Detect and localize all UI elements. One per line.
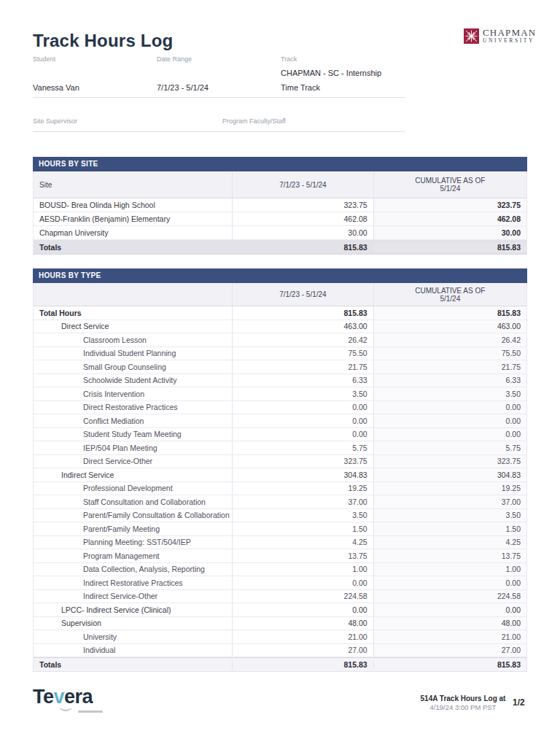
table-row: Small Group Counseling21.7521.75 — [34, 360, 526, 374]
table-cell: 323.75 — [232, 455, 373, 468]
document-name: 514A Track Hours Log at — [403, 694, 523, 703]
table-cell: 323.75 — [373, 198, 526, 212]
table-cell: 1.50 — [232, 522, 373, 535]
table-cell: 37.00 — [373, 495, 526, 508]
table-cell: Schoolwide Student Activity — [34, 374, 232, 387]
table-row: University21.0021.00 — [34, 630, 526, 644]
table-cell: 0.00 — [373, 576, 526, 589]
table-cell: Individual Student Planning — [34, 347, 232, 360]
table-row: Direct Service-Other323.75323.75 — [34, 455, 526, 469]
table-cell: 463.00 — [373, 320, 526, 333]
table-cell: 19.25 — [373, 482, 526, 495]
track-label: Track — [281, 55, 297, 63]
table-cell: Total Hours — [34, 306, 232, 320]
table-cell: 815.83 — [232, 306, 373, 320]
table-cell: 26.42 — [373, 333, 526, 347]
table-cell: Crisis Intervention — [34, 387, 232, 400]
divider — [33, 131, 405, 132]
track-value-line2: Time Track — [281, 83, 320, 92]
table-row: Crisis Intervention3.503.50 — [34, 387, 526, 401]
column-header-period: 7/1/23 - 5/1/24 — [232, 171, 373, 198]
table-row: Individual Student Planning75.5075.50 — [34, 347, 526, 361]
table-row: Professional Development19.2519.25 — [34, 482, 526, 496]
site-supervisor-label: Site Supervisor — [33, 117, 77, 125]
table-cell: University — [34, 630, 232, 643]
table-cell: 224.58 — [232, 590, 373, 603]
table-cell: 27.00 — [232, 644, 373, 657]
table-row: Classroom Lesson26.4226.42 — [34, 333, 526, 347]
table-cell: 0.00 — [232, 401, 373, 414]
table-cell: 48.00 — [232, 617, 373, 630]
table-cell: Planning Meeting: SST/504/IEP — [34, 536, 232, 549]
table-cell: 21.00 — [232, 630, 373, 643]
table-cell: 4.25 — [373, 536, 526, 549]
table-cell: 3.50 — [232, 509, 373, 522]
table-row: Indirect Restorative Practices0.000.00 — [34, 576, 526, 590]
tevera-tagline — [78, 711, 103, 713]
table-cell: Staff Consultation and Collaboration — [34, 495, 232, 508]
student-label: Student — [33, 55, 55, 63]
column-header-period: 7/1/23 - 5/1/24 — [232, 283, 373, 306]
table-row: BOUSD- Brea Olinda High School323.75323.… — [34, 198, 526, 212]
table-cell: 1.00 — [373, 563, 526, 576]
table-cell: 323.75 — [232, 198, 373, 212]
column-header-cumulative: CUMULATIVE AS OF 5/1/24 — [373, 283, 526, 306]
table-row: Data Collection, Analysis, Reporting1.00… — [34, 563, 526, 577]
table-cell: Data Collection, Analysis, Reporting — [34, 563, 232, 576]
table-cell: 0.00 — [373, 603, 526, 616]
table-cell: 6.33 — [373, 374, 526, 387]
table-cell: Indirect Service-Other — [34, 590, 232, 603]
table-cell: Individual — [34, 644, 232, 657]
hours-by-type-section-header: HOURS BY TYPE — [33, 268, 527, 283]
table-cell: BOUSD- Brea Olinda High School — [34, 198, 232, 212]
table-cell: 13.75 — [232, 549, 373, 562]
table-row: Direct Restorative Practices0.000.00 — [34, 401, 526, 415]
document-timestamp: 4/19/24 3:00 PM PST — [403, 703, 523, 712]
table-row: Parent/Family Consultation & Collaborati… — [34, 509, 526, 523]
report-page: Track Hours Log CHAPMAN UNIVERSITY Stude… — [0, 0, 560, 747]
table-cell: 0.00 — [373, 401, 526, 414]
table-cell: Parent/Family Meeting — [34, 522, 232, 535]
table-cell: 26.42 — [232, 333, 373, 347]
date-range-label: Date Range — [157, 55, 192, 63]
hours-by-type-column-headers: 7/1/23 - 5/1/24 CUMULATIVE AS OF 5/1/24 — [33, 283, 527, 306]
table-cell: 37.00 — [232, 495, 373, 508]
table-cell: Chapman University — [34, 226, 232, 239]
table-cell: LPCC- Indirect Service (Clinical) — [34, 603, 232, 616]
report-info-header: Student Date Range Track CHAPMAN - SC - … — [33, 0, 527, 146]
table-row: Individual27.0027.00 — [34, 644, 526, 658]
table-cell: 30.00 — [232, 226, 373, 239]
table-cell: 0.00 — [232, 603, 373, 616]
table-cell: 5.75 — [373, 441, 526, 454]
table-row: Staff Consultation and Collaboration37.0… — [34, 495, 526, 509]
table-cell: Small Group Counseling — [34, 360, 232, 374]
table-row: Parent/Family Meeting1.501.50 — [34, 522, 526, 536]
table-cell: 13.75 — [373, 549, 526, 562]
table-cell: 75.50 — [232, 347, 373, 360]
table-row: Indirect Service304.83304.83 — [34, 468, 526, 482]
table-row: Supervision48.0048.00 — [34, 617, 526, 631]
table-row: AESD-Franklin (Benjamin) Elementary462.0… — [34, 212, 526, 226]
hours-by-site-totals-row: Totals 815.83 815.83 — [33, 240, 527, 255]
table-cell: AESD-Franklin (Benjamin) Elementary — [34, 212, 232, 225]
table-cell: 462.08 — [232, 212, 373, 225]
column-header-blank — [34, 283, 232, 306]
table-cell: 304.83 — [373, 468, 526, 481]
table-cell: Supervision — [34, 617, 232, 630]
page-indicator: 1/2 — [513, 697, 525, 708]
table-cell: 815.83 — [373, 306, 526, 320]
table-cell: Direct Service-Other — [34, 455, 232, 468]
hours-by-type-totals-row: Totals 815.83 815.83 — [33, 657, 527, 672]
table-cell: 48.00 — [373, 617, 526, 630]
table-cell: Professional Development — [34, 482, 232, 495]
table-row: Chapman University30.0030.00 — [34, 226, 526, 240]
table-cell: Indirect Restorative Practices — [34, 576, 232, 589]
table-cell: 0.00 — [232, 576, 373, 589]
table-cell: 1.50 — [373, 522, 526, 535]
table-cell: 462.08 — [373, 212, 526, 225]
hours-by-type-table: HOURS BY TYPE 7/1/23 - 5/1/24 CUMULATIVE… — [33, 268, 527, 672]
table-cell: 0.00 — [373, 428, 526, 441]
hours-by-site-rows: BOUSD- Brea Olinda High School323.75323.… — [33, 198, 527, 240]
table-cell: 5.75 — [232, 441, 373, 454]
table-cell: 30.00 — [373, 226, 526, 239]
